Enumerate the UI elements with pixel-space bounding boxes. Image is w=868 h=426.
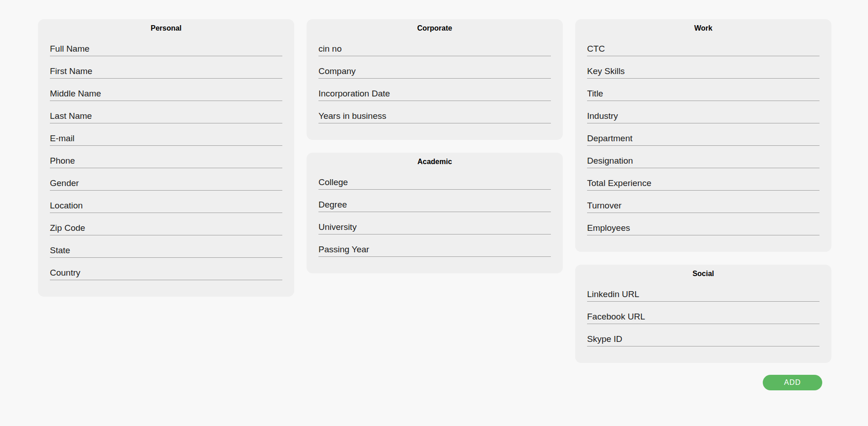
- card-work: Work CTC Key Skills Title Industry Depar…: [575, 19, 831, 252]
- text-field-facebook-url[interactable]: Facebook URL: [587, 302, 819, 324]
- text-field-years-in-business[interactable]: Years in business: [318, 101, 551, 123]
- card-title-social: Social: [587, 268, 819, 279]
- text-field-location[interactable]: Location: [50, 191, 282, 213]
- text-field-zip-code[interactable]: Zip Code: [50, 213, 282, 235]
- field-label: Full Name: [50, 43, 282, 54]
- field-label: College: [318, 177, 551, 188]
- form-board: Personal Full Name First Name Middle Nam…: [0, 0, 868, 390]
- text-field-turnover[interactable]: Turnover: [587, 191, 819, 213]
- text-field-industry[interactable]: Industry: [587, 101, 819, 123]
- field-label: CTC: [587, 43, 819, 54]
- text-field-ctc[interactable]: CTC: [587, 34, 819, 56]
- text-field-linkedin-url[interactable]: Linkedin URL: [587, 279, 819, 302]
- card-title-academic: Academic: [318, 156, 551, 167]
- field-label: Facebook URL: [587, 311, 819, 322]
- field-label: E-mail: [50, 133, 282, 144]
- card-personal: Personal Full Name First Name Middle Nam…: [38, 19, 294, 297]
- field-label: State: [50, 245, 282, 256]
- field-label: Skype ID: [587, 334, 819, 345]
- text-field-employees[interactable]: Employees: [587, 213, 819, 235]
- text-field-university[interactable]: University: [318, 212, 551, 234]
- field-label: Middle Name: [50, 88, 282, 99]
- text-field-first-name[interactable]: First Name: [50, 56, 282, 79]
- text-field-skype-id[interactable]: Skype ID: [587, 324, 819, 346]
- field-label: Incorporation Date: [318, 88, 551, 99]
- text-field-department[interactable]: Department: [587, 123, 819, 146]
- text-field-passing-year[interactable]: Passing Year: [318, 234, 551, 257]
- field-label: Years in business: [318, 111, 551, 122]
- text-field-title[interactable]: Title: [587, 79, 819, 101]
- column-2: Corporate cin no Company Incorporation D…: [307, 19, 563, 273]
- field-label: Degree: [318, 199, 551, 210]
- field-label: cin no: [318, 43, 551, 54]
- text-field-cin-no[interactable]: cin no: [318, 34, 551, 56]
- field-label: Company: [318, 66, 551, 77]
- field-label: Zip Code: [50, 223, 282, 234]
- column-1: Personal Full Name First Name Middle Nam…: [38, 19, 294, 297]
- text-field-incorporation-date[interactable]: Incorporation Date: [318, 79, 551, 101]
- text-field-college[interactable]: College: [318, 167, 551, 190]
- text-field-key-skills[interactable]: Key Skills: [587, 56, 819, 79]
- field-label: Designation: [587, 155, 819, 166]
- text-field-middle-name[interactable]: Middle Name: [50, 79, 282, 101]
- text-field-country[interactable]: Country: [50, 258, 282, 280]
- text-field-designation[interactable]: Designation: [587, 146, 819, 168]
- field-label: University: [318, 222, 551, 233]
- text-field-full-name[interactable]: Full Name: [50, 34, 282, 56]
- field-label: Employees: [587, 223, 819, 234]
- text-field-phone[interactable]: Phone: [50, 146, 282, 168]
- field-label: Total Experience: [587, 178, 819, 189]
- field-label: Key Skills: [587, 66, 819, 77]
- field-label: First Name: [50, 66, 282, 77]
- text-field-email[interactable]: E-mail: [50, 123, 282, 146]
- text-field-last-name[interactable]: Last Name: [50, 101, 282, 123]
- field-label: Country: [50, 267, 282, 278]
- field-label: Turnover: [587, 200, 819, 211]
- card-corporate: Corporate cin no Company Incorporation D…: [307, 19, 563, 140]
- text-field-state[interactable]: State: [50, 235, 282, 258]
- button-row: ADD: [575, 375, 831, 390]
- text-field-gender[interactable]: Gender: [50, 168, 282, 191]
- field-label: Title: [587, 88, 819, 99]
- field-label: Phone: [50, 155, 282, 166]
- field-label: Linkedin URL: [587, 289, 819, 300]
- card-title-corporate: Corporate: [318, 23, 551, 34]
- text-field-company[interactable]: Company: [318, 56, 551, 79]
- text-field-degree[interactable]: Degree: [318, 190, 551, 212]
- card-social: Social Linkedin URL Facebook URL Skype I…: [575, 265, 831, 363]
- field-label: Passing Year: [318, 244, 551, 255]
- field-label: Location: [50, 200, 282, 211]
- text-field-total-experience[interactable]: Total Experience: [587, 168, 819, 191]
- card-title-work: Work: [587, 23, 819, 34]
- field-label: Department: [587, 133, 819, 144]
- add-button[interactable]: ADD: [763, 375, 822, 390]
- column-3: Work CTC Key Skills Title Industry Depar…: [575, 19, 831, 390]
- field-label: Gender: [50, 178, 282, 189]
- card-title-personal: Personal: [50, 23, 282, 34]
- field-label: Industry: [587, 111, 819, 122]
- field-label: Last Name: [50, 111, 282, 122]
- card-academic: Academic College Degree University Passi…: [307, 153, 563, 273]
